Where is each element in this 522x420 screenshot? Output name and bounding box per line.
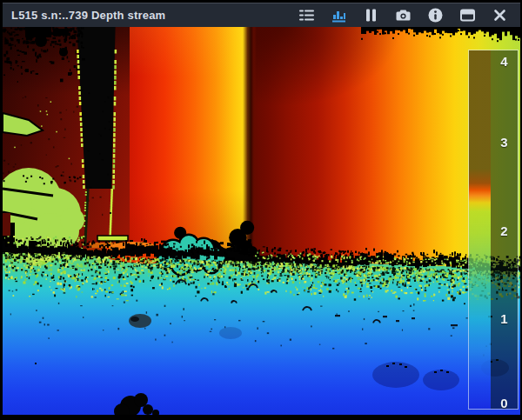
histogram-icon [331, 7, 347, 23]
depth-scale-labels: 4 3 2 1 0 [491, 50, 518, 409]
scale-label-0: 0 [491, 396, 518, 410]
info-icon [427, 7, 444, 23]
maximize-window-icon [459, 7, 476, 23]
colormap-gradient-strip [469, 50, 491, 409]
depth-noise-overlay [3, 27, 520, 415]
scale-label-3: 3 [491, 135, 518, 150]
snapshot-camera-icon [395, 7, 412, 23]
close-icon [492, 7, 508, 23]
histogram-button[interactable] [331, 7, 347, 23]
titlebar-toolbar [298, 7, 520, 23]
scale-label-1: 1 [491, 311, 518, 326]
depth-scale-ruler: 4 3 2 1 0 [468, 50, 519, 410]
stream-options-icon [298, 7, 315, 23]
snapshot-button[interactable] [395, 7, 412, 23]
pause-icon [363, 7, 379, 23]
scale-label-2: 2 [491, 223, 518, 238]
info-button[interactable] [427, 7, 444, 23]
pause-button[interactable] [363, 7, 379, 23]
titlebar: L515 s.n:..739 Depth stream [3, 3, 520, 27]
window-title: L515 s.n:..739 Depth stream [3, 9, 165, 22]
close-button[interactable] [492, 7, 508, 23]
depth-stream-window: L515 s.n:..739 Depth stream [0, 0, 522, 420]
maximize-button[interactable] [459, 7, 476, 23]
scale-label-4: 4 [491, 54, 518, 69]
stream-options-button[interactable] [298, 7, 315, 23]
depth-stream-viewport[interactable]: 4 3 2 1 0 [3, 27, 520, 415]
